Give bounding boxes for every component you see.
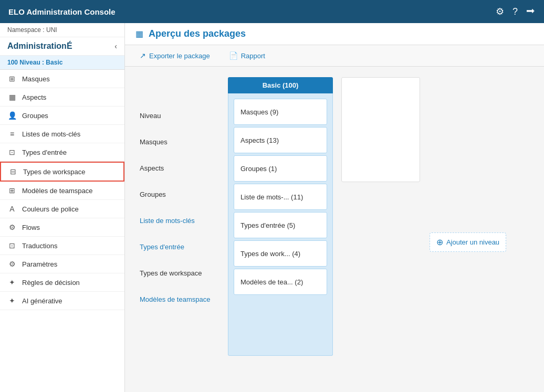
types-workspace-icon: ⊟: [8, 167, 18, 176]
sidebar-title-row: AdministrationÉ ‹: [0, 37, 124, 56]
export-button-label: Exporter le package: [149, 52, 210, 60]
parametres-icon: ⚙: [7, 260, 17, 268]
sidebar-item-masques-label: Masques: [22, 75, 50, 83]
package-column-basic: Basic (100) Masques (9) Aspects (13) Gro…: [228, 77, 333, 382]
pkg-item-modeles-teamspace-label: Modèles de tea... (2): [240, 278, 303, 286]
niveau-label-row: Niveau: [135, 102, 219, 129]
sidebar-item-listes-mots-cles[interactable]: ≡ Listes de mots-clés: [0, 125, 124, 143]
sidebar-item-parametres-label: Paramètres: [22, 260, 57, 268]
sidebar-item-couleurs-police-label: Couleurs de police: [22, 205, 79, 213]
sidebar-item-couleurs-police[interactable]: A Couleurs de police: [0, 200, 124, 218]
sidebar-collapse-button[interactable]: ‹: [114, 42, 117, 50]
sidebar-item-types-workspace-label: Types de workspace: [23, 168, 86, 176]
main-layout: Namespace : UNI AdministrationÉ ‹ 100 Ni…: [0, 23, 544, 392]
gear-icon[interactable]: ⚙: [496, 6, 504, 17]
types-entree-label-row[interactable]: Types d'entrée: [135, 234, 219, 260]
pkg-item-types-workspace[interactable]: Types de work... (4): [234, 240, 327, 267]
sidebar-item-ai-label: AI générative: [22, 297, 62, 305]
help-icon[interactable]: ?: [512, 6, 518, 17]
groupes-icon: 👤: [7, 111, 17, 120]
pkg-item-types-entree[interactable]: Types d'entrée (5): [234, 212, 327, 238]
package-column-header: Basic (100): [228, 77, 333, 93]
listes-icon: ≡: [7, 130, 17, 138]
pkg-item-masques[interactable]: Masques (9): [234, 99, 327, 125]
level-header: 100 Niveau : Basic: [0, 56, 124, 70]
rapport-button[interactable]: 📄 Rapport: [225, 49, 269, 62]
sidebar-item-regles-decision[interactable]: ✦ Règles de décision: [0, 273, 124, 292]
app-title: ELO Administration Console: [8, 7, 116, 16]
sidebar: Namespace : UNI AdministrationÉ ‹ 100 Ni…: [0, 23, 125, 392]
labels-column: Niveau Masques Aspects Groupes Liste de …: [135, 77, 219, 382]
package-column-header-label: Basic (100): [263, 81, 299, 89]
ai-icon: ✦: [7, 296, 17, 305]
sidebar-item-traductions[interactable]: ⊡ Traductions: [0, 237, 124, 255]
sidebar-item-types-entree-label: Types d'entrée: [22, 149, 67, 156]
main-header-title: Aperçu des packages: [149, 28, 246, 39]
couleurs-police-icon: A: [7, 205, 17, 213]
sidebar-item-parametres[interactable]: ⚙ Paramètres: [0, 255, 124, 273]
rapport-button-label: Rapport: [241, 52, 265, 60]
sidebar-item-modeles-teamspace[interactable]: ⊞ Modèles de teamspace: [0, 182, 124, 200]
sidebar-item-aspects-label: Aspects: [22, 93, 46, 101]
empty-column: [341, 77, 420, 182]
add-level-plus-icon: ⊕: [436, 237, 443, 247]
modeles-teamspace-icon: ⊞: [7, 186, 17, 195]
sidebar-title: AdministrationÉ: [7, 41, 72, 51]
niveau-label: Niveau: [140, 112, 161, 120]
pkg-item-groupes-label: Groupes (1): [240, 165, 277, 173]
sidebar-item-modeles-teamspace-label: Modèles de teamspace: [22, 187, 92, 195]
sidebar-item-types-entree[interactable]: ⊡ Types d'entrée: [0, 143, 124, 162]
regles-decision-icon: ✦: [7, 278, 17, 287]
pkg-item-types-entree-label: Types d'entrée (5): [240, 221, 295, 229]
sidebar-item-groupes[interactable]: 👤 Groupes: [0, 107, 124, 125]
toolbar: ↗ Exporter le package 📄 Rapport: [125, 45, 544, 67]
pkg-item-types-workspace-label: Types de work... (4): [240, 250, 300, 258]
sidebar-item-listes-label: Listes de mots-clés: [22, 130, 80, 138]
masques-icon: ⊞: [7, 75, 17, 83]
sidebar-item-types-workspace[interactable]: ⊟ Types de workspace: [0, 162, 124, 182]
types-entree-icon: ⊡: [7, 148, 17, 156]
modeles-teamspace-label-row[interactable]: Modèles de teamspace: [135, 286, 219, 312]
pkg-item-masques-label: Masques (9): [240, 108, 278, 116]
add-level-label: Ajouter un niveau: [446, 238, 499, 246]
sidebar-item-aspects[interactable]: ▦ Aspects: [0, 88, 124, 107]
pkg-item-groupes[interactable]: Groupes (1): [234, 155, 327, 182]
groupes-row-label: Groupes: [140, 190, 166, 198]
logout-icon[interactable]: ⮕: [526, 6, 536, 17]
listes-row-label: Liste de mots-clés: [140, 217, 195, 225]
sidebar-item-ai-generative[interactable]: ✦ AI générative: [0, 292, 124, 310]
main-header-table-icon: ▦: [135, 29, 143, 39]
pkg-item-modeles-teamspace[interactable]: Modèles de tea... (2): [234, 269, 327, 295]
main-content: ▦ Aperçu des packages ↗ Exporter le pack…: [125, 23, 544, 392]
pkg-item-listes[interactable]: Liste de mots-... (11): [234, 184, 327, 210]
types-workspace-label-row: Types de workspace: [135, 260, 219, 286]
sidebar-item-flows-label: Flows: [22, 224, 40, 231]
types-workspace-row-label: Types de workspace: [140, 269, 202, 277]
sidebar-item-masques[interactable]: ⊞ Masques: [0, 70, 124, 88]
rapport-icon: 📄: [229, 51, 238, 60]
top-header: ELO Administration Console ⚙ ? ⮕: [0, 0, 544, 23]
listes-label-row[interactable]: Liste de mots-clés: [135, 207, 219, 234]
package-area: Niveau Masques Aspects Groupes Liste de …: [125, 67, 544, 392]
add-level-area: ⊕ Ajouter un niveau: [428, 77, 507, 382]
flows-icon: ⚙: [7, 223, 17, 231]
traductions-icon: ⊡: [7, 241, 17, 250]
sidebar-item-traductions-label: Traductions: [22, 242, 57, 250]
header-icons: ⚙ ? ⮕: [496, 6, 536, 17]
export-icon: ↗: [140, 51, 146, 60]
pkg-item-aspects-label: Aspects (13): [240, 136, 279, 144]
sidebar-item-flows[interactable]: ⚙ Flows: [0, 218, 124, 237]
modeles-teamspace-row-label: Modèles de teamspace: [140, 295, 210, 303]
main-header: ▦ Aperçu des packages: [125, 23, 544, 45]
pkg-item-aspects[interactable]: Aspects (13): [234, 127, 327, 153]
add-level-button[interactable]: ⊕ Ajouter un niveau: [430, 232, 506, 252]
aspects-label-row: Aspects: [135, 155, 219, 181]
types-entree-row-label: Types d'entrée: [140, 243, 184, 251]
masques-label-row: Masques: [135, 129, 219, 155]
aspects-row-label: Aspects: [140, 164, 164, 172]
sidebar-item-regles-decision-label: Règles de décision: [22, 279, 80, 287]
sidebar-item-groupes-label: Groupes: [22, 112, 48, 120]
pkg-item-listes-label: Liste de mots-... (11): [240, 193, 303, 201]
export-package-button[interactable]: ↗ Exporter le package: [135, 49, 214, 62]
masques-row-label: Masques: [140, 138, 168, 146]
